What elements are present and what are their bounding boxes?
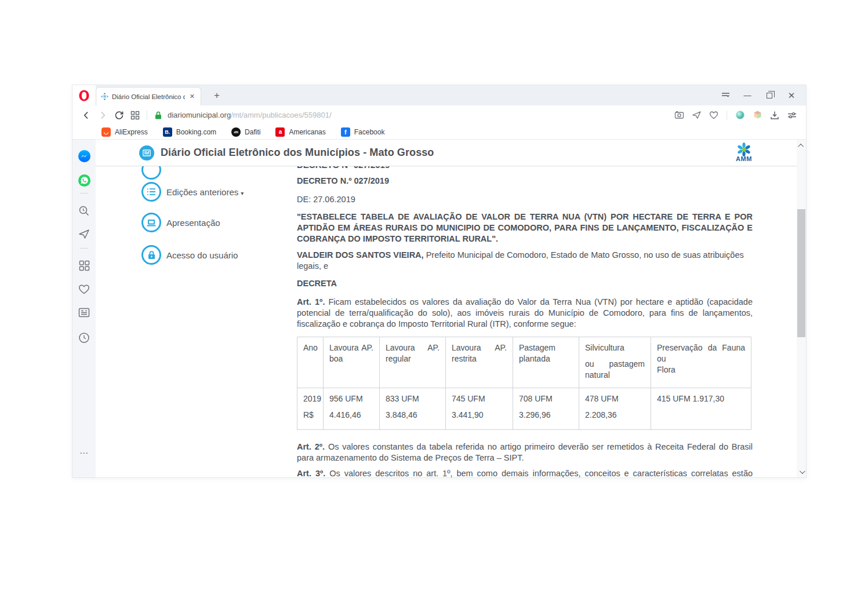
bookmark-heart-icon[interactable] — [706, 108, 722, 123]
nav-label: Acesso do usuário — [166, 250, 238, 260]
history-clock-sidebar-icon[interactable] — [72, 332, 96, 344]
bookmarks-heart-sidebar-icon[interactable] — [72, 284, 96, 294]
whatsapp-icon[interactable] — [72, 174, 96, 187]
browser-window: Diário Oficial Eletrônico dos ✕ + — ✕ — [72, 85, 806, 477]
address-toolbar: diariomunicipal.org/mt/amm/publicacoes/5… — [72, 105, 806, 125]
reload-button[interactable] — [111, 108, 127, 123]
browser-main-area: ⋯ Edições anteriores▾ — [72, 140, 806, 477]
article-1: Art. 1º. Ficam estabelecidos os valores … — [297, 297, 753, 330]
header-lavoura-boa: Lavoura AP.boa — [324, 337, 380, 388]
decree-number: DECRETO N.º 027/2019 — [297, 176, 753, 187]
bookmark-aliexpress[interactable]: ◡ AliExpress — [101, 127, 148, 137]
cell-silvicultura: 478 UFM2.208,36 — [579, 388, 651, 430]
decree-summary: "ESTABELECE TABELA DE AVALIAÇÃO DE VALOR… — [297, 211, 753, 245]
americanas-icon: a — [275, 127, 285, 137]
bookmark-booking[interactable]: B. Booking.com — [163, 127, 216, 137]
minimize-button[interactable]: — — [736, 85, 758, 105]
cell-preservacao: 415 UFM 1.917,30 — [651, 388, 751, 430]
settings-sliders-icon[interactable] — [784, 108, 800, 123]
chevron-down-icon: ▾ — [241, 190, 244, 196]
scroll-up-arrow[interactable] — [797, 141, 806, 150]
back-button[interactable] — [78, 108, 95, 123]
decree-preamble: VALDEIR DOS SANTOS VIEIRA, Prefeito Muni… — [297, 250, 753, 272]
my-flow-icon[interactable] — [72, 229, 96, 239]
tab-close-icon[interactable]: ✕ — [188, 93, 196, 100]
bookmark-dafiti[interactable]: dft Dafiti — [231, 127, 260, 137]
address-bar[interactable]: diariomunicipal.org/mt/amm/publicacoes/5… — [154, 111, 671, 120]
table-data-row: 2019R$ 956 UFM4.416,46 833 UFM3.848,46 7… — [297, 388, 751, 430]
bookmark-americanas[interactable]: a Americanas — [275, 127, 325, 137]
bookmark-label: Booking.com — [176, 128, 216, 136]
header-preservacao: Preservação da Fauna ouFlora — [651, 337, 751, 388]
speed-dial-icon[interactable] — [127, 108, 143, 123]
nav-item-edicoes-anteriores[interactable]: Edições anteriores▾ — [141, 182, 244, 202]
opera-logo-icon — [78, 89, 90, 102]
tab-favicon — [101, 93, 108, 100]
download-icon[interactable] — [767, 108, 783, 123]
messenger-icon[interactable] — [72, 149, 96, 163]
webpage-viewport: Edições anteriores▾ Apresentação — [96, 140, 806, 477]
restore-button[interactable] — [758, 85, 780, 105]
toolbar-right-icons — [671, 108, 800, 123]
nav-label: Edições anteriores▾ — [166, 187, 244, 197]
webpage-content: Edições anteriores▾ Apresentação — [96, 140, 797, 477]
scrollbar-thumb[interactable] — [797, 209, 805, 337]
padlock-icon — [154, 111, 162, 120]
browser-tab[interactable]: Diário Oficial Eletrônico dos ✕ — [96, 87, 201, 105]
forward-button[interactable] — [95, 108, 111, 123]
close-window-button[interactable]: ✕ — [780, 85, 802, 105]
decreta-heading: DECRETA — [297, 278, 753, 289]
snapshot-camera-icon[interactable] — [671, 108, 687, 123]
gazette-newspaper-icon — [139, 145, 154, 160]
nav-item-apresentacao[interactable]: Apresentação — [141, 213, 220, 232]
speed-dial-sidebar-icon[interactable] — [72, 260, 96, 271]
bookmark-facebook[interactable]: f Facebook — [341, 127, 385, 137]
page-scrollbar[interactable] — [797, 140, 806, 477]
nav-item-acesso-usuario[interactable]: Acesso do usuário — [141, 245, 238, 265]
amm-logo: AMM — [731, 142, 757, 162]
header-silvicultura: Silviculturaou pastagemnatural — [579, 337, 651, 388]
opera-sidebar: ⋯ — [72, 140, 96, 477]
tab-menu-icon[interactable] — [714, 85, 736, 105]
cell-lavoura-restrita: 745 UFM3.441,90 — [446, 388, 513, 430]
sidebar-divider — [80, 193, 88, 194]
cell-ano: 2019R$ — [297, 388, 324, 430]
opera-menu-button[interactable] — [72, 85, 96, 105]
scroll-down-arrow[interactable] — [797, 467, 806, 476]
restore-icon — [767, 93, 772, 98]
send-to-flow-icon[interactable] — [688, 108, 704, 123]
cell-lavoura-boa: 956 UFM4.416,46 — [324, 388, 380, 430]
header-lavoura-regular: Lavoura AP.regular — [380, 337, 446, 388]
toolbar-separator — [147, 111, 147, 120]
nav-label: Apresentação — [166, 218, 220, 228]
url-path: /mt/amm/publicacoes/559801/ — [231, 111, 331, 119]
cell-lavoura-regular: 833 UFM3.848,46 — [380, 388, 446, 430]
window-controls: — ✕ — [714, 85, 802, 105]
bookmark-label: Americanas — [289, 128, 325, 136]
sidebar-more-icon[interactable]: ⋯ — [72, 448, 96, 458]
booking-icon: B. — [163, 127, 172, 137]
url-domain: diariomunicipal.org — [168, 111, 231, 119]
url-text: diariomunicipal.org/mt/amm/publicacoes/5… — [168, 111, 332, 119]
easy-setup-orb-icon[interactable] — [732, 108, 748, 123]
new-tab-button[interactable]: + — [209, 87, 224, 104]
tab-title: Diário Oficial Eletrônico dos — [112, 93, 185, 100]
header-ano: Ano — [297, 337, 324, 388]
document-body: DECRETO Nº 027/2019 DECRETO N.º 027/2019… — [297, 159, 753, 477]
article-2: Art. 2º. Os valores constantes da tabela… — [297, 441, 753, 464]
bookmark-label: Dafiti — [245, 128, 260, 136]
decree-date: DE: 27.06.2019 — [297, 194, 753, 205]
header-pastagem-plantada: Pastagemplantada — [513, 337, 579, 388]
presentation-icon — [141, 213, 161, 232]
vtn-table: Ano Lavoura AP.boa Lavoura AP.regular La… — [297, 337, 751, 430]
cell-pastagem-plantada: 708 UFM3.296,96 — [513, 388, 579, 430]
search-history-icon[interactable] — [72, 205, 96, 217]
news-sidebar-icon[interactable] — [72, 308, 96, 318]
dafiti-icon: dft — [231, 127, 241, 137]
aliexpress-icon: ◡ — [101, 127, 111, 137]
header-lavoura-restrita: Lavoura AP.restrita — [446, 337, 513, 388]
extension-cube-icon[interactable] — [749, 108, 765, 123]
previous-editions-icon — [141, 182, 161, 202]
lock-icon — [141, 245, 161, 265]
facebook-icon: f — [341, 127, 350, 137]
